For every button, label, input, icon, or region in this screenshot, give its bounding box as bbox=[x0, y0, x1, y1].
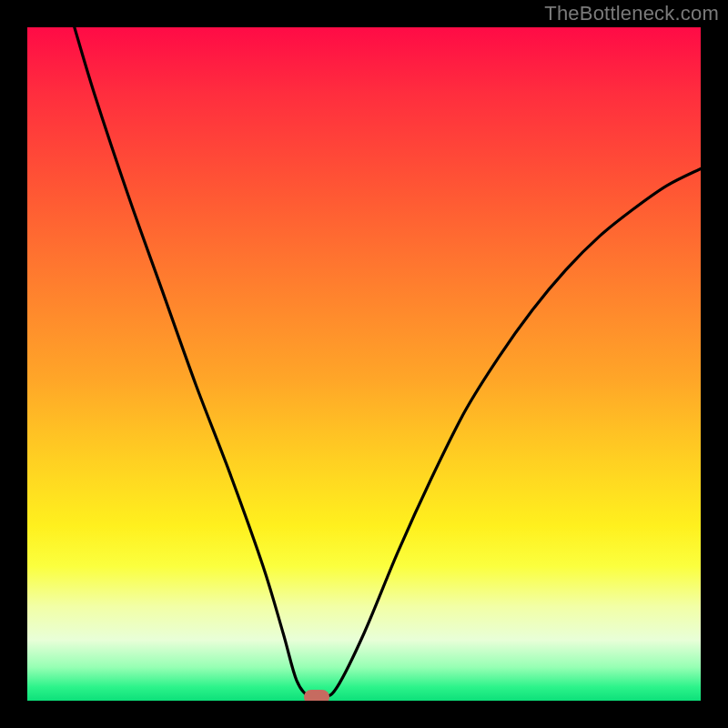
bottleneck-curve bbox=[75, 27, 701, 699]
plot-area bbox=[27, 27, 701, 701]
chart-frame: TheBottleneck.com bbox=[0, 0, 728, 728]
curve-svg bbox=[27, 27, 701, 701]
watermark-text: TheBottleneck.com bbox=[544, 2, 719, 25]
optimal-marker bbox=[304, 690, 329, 701]
